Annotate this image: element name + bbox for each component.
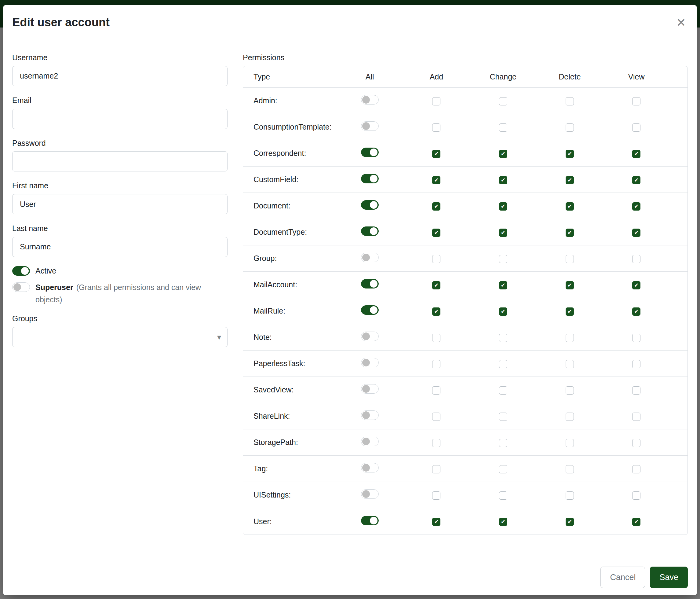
permission-delete-checkbox[interactable]: ✔ <box>566 229 574 237</box>
permission-add-checkbox[interactable] <box>432 255 441 263</box>
permission-add-checkbox[interactable]: ✔ <box>432 308 441 316</box>
permission-all-toggle[interactable] <box>361 305 379 315</box>
superuser-toggle[interactable] <box>12 282 30 292</box>
permission-delete-checkbox[interactable] <box>566 360 574 368</box>
permission-delete-checkbox[interactable] <box>566 413 574 421</box>
permission-add-checkbox[interactable] <box>432 123 441 132</box>
permission-all-toggle[interactable] <box>361 489 379 499</box>
permission-all-toggle[interactable] <box>361 358 379 367</box>
groups-select[interactable]: ▾ <box>12 327 227 347</box>
permission-delete-checkbox[interactable] <box>566 386 574 394</box>
permission-add-checkbox[interactable]: ✔ <box>432 281 441 289</box>
permission-delete-checkbox[interactable] <box>566 492 574 500</box>
permission-add-checkbox[interactable]: ✔ <box>432 176 441 184</box>
permission-all-toggle[interactable] <box>361 174 379 183</box>
permission-change-checkbox[interactable]: ✔ <box>499 229 507 237</box>
username-input[interactable] <box>12 66 227 86</box>
permission-all-toggle[interactable] <box>361 437 379 446</box>
permission-all-toggle[interactable] <box>361 410 379 420</box>
permission-add-checkbox[interactable] <box>432 439 441 447</box>
permission-all-toggle[interactable] <box>361 384 379 393</box>
permission-all-toggle[interactable] <box>361 332 379 341</box>
save-button[interactable]: Save <box>650 567 688 588</box>
permission-view-checkbox[interactable] <box>632 465 641 473</box>
password-field[interactable] <box>12 151 227 171</box>
permission-view-checkbox[interactable] <box>632 492 641 500</box>
permission-change-checkbox[interactable]: ✔ <box>499 281 507 289</box>
active-toggle[interactable] <box>12 266 30 275</box>
permission-view-checkbox[interactable]: ✔ <box>632 518 641 526</box>
permission-change-checkbox[interactable]: ✔ <box>499 176 507 184</box>
permission-change-checkbox[interactable] <box>499 255 507 263</box>
permission-add-checkbox[interactable]: ✔ <box>432 150 441 158</box>
permission-delete-checkbox[interactable] <box>566 255 574 263</box>
permission-delete-checkbox[interactable] <box>566 123 574 132</box>
permission-delete-checkbox[interactable]: ✔ <box>566 308 574 316</box>
permission-view-checkbox[interactable] <box>632 334 641 342</box>
check-icon: ✔ <box>434 177 439 183</box>
permission-change-checkbox[interactable] <box>499 465 507 473</box>
permission-change-checkbox[interactable] <box>499 492 507 500</box>
permission-delete-checkbox[interactable]: ✔ <box>566 281 574 289</box>
permission-add-checkbox[interactable] <box>432 97 441 105</box>
permission-change-checkbox[interactable]: ✔ <box>499 202 507 211</box>
permission-delete-checkbox[interactable]: ✔ <box>566 202 574 211</box>
permission-add-checkbox[interactable]: ✔ <box>432 202 441 211</box>
permission-view-checkbox[interactable]: ✔ <box>632 150 641 158</box>
permission-view-checkbox[interactable]: ✔ <box>632 202 641 211</box>
permission-add-checkbox[interactable] <box>432 334 441 342</box>
permission-delete-checkbox[interactable]: ✔ <box>566 518 574 526</box>
permission-add-checkbox[interactable] <box>432 413 441 421</box>
permission-add-checkbox[interactable] <box>432 465 441 473</box>
permission-all-toggle[interactable] <box>361 95 379 104</box>
permission-change-checkbox[interactable]: ✔ <box>499 308 507 316</box>
permission-delete-checkbox[interactable] <box>566 439 574 447</box>
permission-delete-checkbox[interactable] <box>566 334 574 342</box>
permission-delete-checkbox[interactable]: ✔ <box>566 176 574 184</box>
permission-view-checkbox[interactable] <box>632 439 641 447</box>
permission-add-checkbox[interactable] <box>432 492 441 500</box>
permission-add-checkbox[interactable] <box>432 360 441 368</box>
permission-change-checkbox[interactable] <box>499 334 507 342</box>
permission-change-checkbox[interactable] <box>499 360 507 368</box>
permission-delete-checkbox[interactable] <box>566 465 574 473</box>
permission-all-toggle[interactable] <box>361 463 379 473</box>
permission-change-checkbox[interactable] <box>499 439 507 447</box>
permission-change-checkbox[interactable] <box>499 386 507 394</box>
permission-view-checkbox[interactable]: ✔ <box>632 308 641 316</box>
permission-all-toggle[interactable] <box>361 226 379 236</box>
permission-change-checkbox[interactable] <box>499 413 507 421</box>
permission-add-checkbox[interactable]: ✔ <box>432 518 441 526</box>
permission-all-toggle[interactable] <box>361 148 379 157</box>
permission-all-toggle[interactable] <box>361 253 379 262</box>
close-icon[interactable]: ✕ <box>676 17 686 28</box>
permission-change-checkbox[interactable]: ✔ <box>499 150 507 158</box>
permission-all-toggle[interactable] <box>361 516 379 525</box>
last-name-input[interactable] <box>12 237 227 257</box>
permission-change-checkbox[interactable]: ✔ <box>499 518 507 526</box>
permission-view-checkbox[interactable]: ✔ <box>632 229 641 237</box>
permission-all-toggle[interactable] <box>361 200 379 210</box>
permission-view-checkbox[interactable] <box>632 413 641 421</box>
permission-all-toggle[interactable] <box>361 121 379 131</box>
permission-view-checkbox[interactable] <box>632 123 641 132</box>
permission-delete-checkbox[interactable] <box>566 97 574 105</box>
permission-delete-checkbox[interactable]: ✔ <box>566 150 574 158</box>
first-name-input[interactable] <box>12 194 227 214</box>
cancel-button[interactable]: Cancel <box>600 567 645 588</box>
permission-view-checkbox[interactable] <box>632 255 641 263</box>
email-field[interactable] <box>12 109 227 129</box>
check-icon: ✔ <box>568 177 572 183</box>
permission-view-checkbox[interactable]: ✔ <box>632 176 641 184</box>
permission-all-toggle[interactable] <box>361 279 379 288</box>
permission-view-checkbox[interactable] <box>632 97 641 105</box>
permissions-table-body: Admin:ConsumptionTemplate:Correspondent:… <box>243 88 688 534</box>
permission-view-checkbox[interactable] <box>632 386 641 394</box>
permission-add-checkbox[interactable]: ✔ <box>432 229 441 237</box>
permission-view-checkbox[interactable]: ✔ <box>632 281 641 289</box>
permission-change-checkbox[interactable] <box>499 97 507 105</box>
permission-add-checkbox[interactable] <box>432 386 441 394</box>
password-field-group: Password <box>12 138 227 172</box>
permission-change-checkbox[interactable] <box>499 123 507 132</box>
permission-view-checkbox[interactable] <box>632 360 641 368</box>
